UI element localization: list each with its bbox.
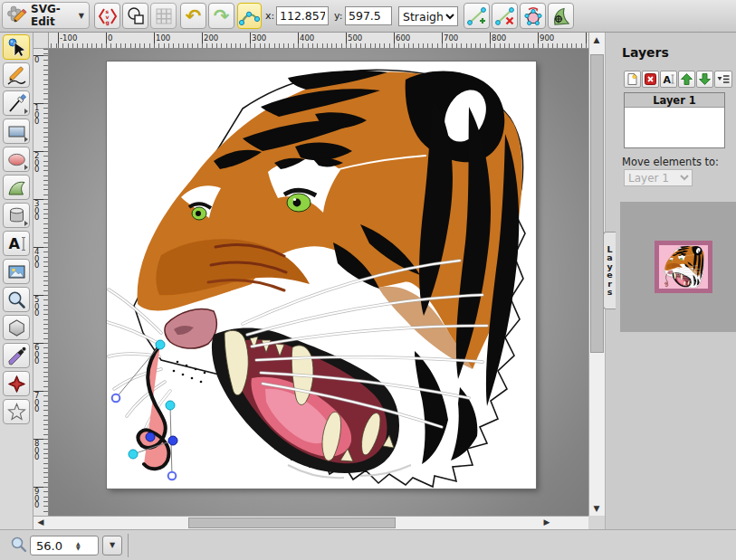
submenu-mark — [24, 221, 28, 226]
ruler-tick-label: 9 0 0 — [34, 489, 39, 509]
move-layer-down-button[interactable] — [696, 71, 713, 88]
tool-line[interactable] — [3, 90, 30, 116]
flip-path-icon — [550, 5, 572, 27]
layers-tab-label: L a y e r s — [607, 245, 612, 297]
move-layer-up-button[interactable] — [678, 71, 695, 88]
ruler-tick-label: 700 — [444, 33, 458, 43]
tool-ellipse[interactable] — [3, 147, 30, 172]
x-label: x: — [265, 10, 274, 22]
layers-panel-collapse-handle[interactable]: L a y e r s — [603, 232, 616, 309]
wireframe-button[interactable] — [122, 3, 148, 29]
tool-eyedropper[interactable] — [3, 343, 30, 368]
undo-button[interactable]: ↶ — [180, 3, 206, 29]
select-icon — [6, 37, 27, 58]
tool-text[interactable]: A — [3, 231, 30, 256]
delete-node-button[interactable] — [492, 3, 518, 29]
vertical-scrollbar-thumb[interactable] — [590, 54, 604, 353]
image-icon — [6, 261, 27, 282]
delete-layer-icon — [644, 72, 657, 86]
y-label: y: — [334, 10, 342, 22]
star-icon — [6, 402, 27, 422]
logo-label: SVG-Edit — [31, 3, 75, 28]
svg-canvas[interactable] — [107, 62, 536, 489]
zoom-spinner[interactable]: ▲ ▼ — [76, 541, 81, 550]
up-arrow-icon — [680, 72, 693, 86]
delete-layer-button[interactable] — [642, 71, 659, 88]
pencil-icon — [6, 65, 27, 86]
zoom-input[interactable] — [31, 538, 74, 554]
open-close-subpath-button[interactable] — [520, 3, 546, 29]
tiger-artwork — [107, 62, 536, 489]
scroll-right-arrow[interactable]: ▶ — [540, 516, 554, 530]
horizontal-scrollbar-thumb[interactable] — [188, 517, 396, 528]
tool-zoom[interactable] — [3, 287, 30, 312]
new-layer-button[interactable] — [624, 71, 641, 88]
status-bar: ▲ ▼ ▼ — [0, 529, 736, 560]
x-input[interactable] — [276, 6, 329, 25]
add-node-button[interactable] — [464, 3, 490, 29]
source-editor-button[interactable]: s v g — [94, 3, 120, 29]
grid-button[interactable] — [150, 3, 177, 29]
workspace[interactable] — [49, 49, 588, 516]
tool-pencil[interactable] — [3, 62, 30, 88]
delete-node-icon — [494, 5, 516, 27]
layer-thumbnail — [655, 241, 712, 293]
scroll-down-arrow[interactable]: ▼ — [589, 501, 604, 516]
layer-menu-icon — [716, 72, 731, 86]
svg-edit-logo-icon — [7, 4, 27, 27]
ruler-tick-label: 5 0 0 — [34, 297, 39, 318]
scroll-left-arrow[interactable]: ◀ — [33, 516, 48, 530]
main-menu-arrow-icon: ▼ — [79, 12, 84, 20]
flip-path-button[interactable] — [548, 3, 574, 29]
svg-edit-app: SVG-Edit ▼ s v g — [0, 0, 736, 560]
ruler-tick-label: 500 — [348, 33, 362, 43]
rename-layer-button[interactable]: A — [660, 71, 677, 88]
horizontal-scrollbar[interactable]: ◀ ▶ — [33, 516, 588, 529]
ruler-tick-label: 8 0 0 — [34, 441, 39, 461]
tool-red-shape[interactable] — [3, 371, 30, 396]
y-input[interactable] — [345, 6, 392, 25]
tool-rectangle[interactable] — [3, 119, 30, 144]
move-elements-select[interactable]: Layer 1 — [624, 169, 693, 186]
undo-icon: ↶ — [186, 7, 202, 25]
zoom-input-group: ▲ ▼ — [30, 536, 99, 555]
left-toolbar: A — [0, 33, 33, 529]
layers-panel-title: Layers — [622, 45, 669, 60]
layer-row[interactable]: Layer 1 — [625, 93, 724, 108]
link-control-points-icon — [239, 5, 260, 26]
zoom-preset-dropdown[interactable]: ▼ — [102, 536, 122, 555]
ruler-tick-label: 900 — [540, 33, 554, 43]
tool-shape-library[interactable] — [3, 203, 30, 228]
tool-image[interactable] — [3, 259, 30, 284]
tool-select[interactable] — [3, 34, 30, 60]
ruler-tick-label: 3 0 0 — [34, 201, 39, 222]
ruler-tick-label: 100 — [156, 33, 170, 43]
open-close-subpath-icon — [522, 5, 544, 27]
ruler-tick-label: 200 — [204, 33, 218, 43]
ruler-tick-label: 0 — [108, 33, 112, 43]
ruler-tick-label: 800 — [492, 33, 506, 43]
ruler-tick-label: 0 — [34, 57, 39, 64]
tool-star[interactable] — [3, 399, 30, 424]
zoom-spinner-down-icon[interactable]: ▼ — [76, 546, 81, 550]
tool-polygon[interactable] — [3, 315, 30, 340]
segment-type-select[interactable]: Straight — [398, 6, 458, 26]
scroll-up-arrow[interactable]: ▲ — [589, 33, 604, 47]
submenu-mark — [24, 165, 28, 170]
ruler-tick-label: -100 — [60, 33, 77, 43]
ruler-tick-label: 400 — [300, 33, 314, 43]
ruler-tick-label: 300 — [252, 33, 266, 43]
horizontal-ruler: -10001002003004005006007008009001000 — [49, 33, 588, 49]
tool-path[interactable] — [3, 175, 30, 200]
svg-text:A: A — [8, 235, 20, 252]
submenu-mark — [24, 109, 28, 114]
svg-text:g: g — [105, 19, 109, 26]
ruler-tick-label: 1 0 0 — [34, 105, 39, 126]
add-node-icon — [466, 5, 488, 27]
zoom-icon — [10, 536, 27, 556]
redo-button[interactable]: ↷ — [208, 3, 234, 29]
down-arrow-icon — [698, 72, 712, 86]
main-menu-button[interactable]: SVG-Edit ▼ — [2, 2, 90, 29]
link-control-points-button[interactable] — [237, 3, 262, 29]
layer-menu-button[interactable] — [714, 71, 732, 88]
